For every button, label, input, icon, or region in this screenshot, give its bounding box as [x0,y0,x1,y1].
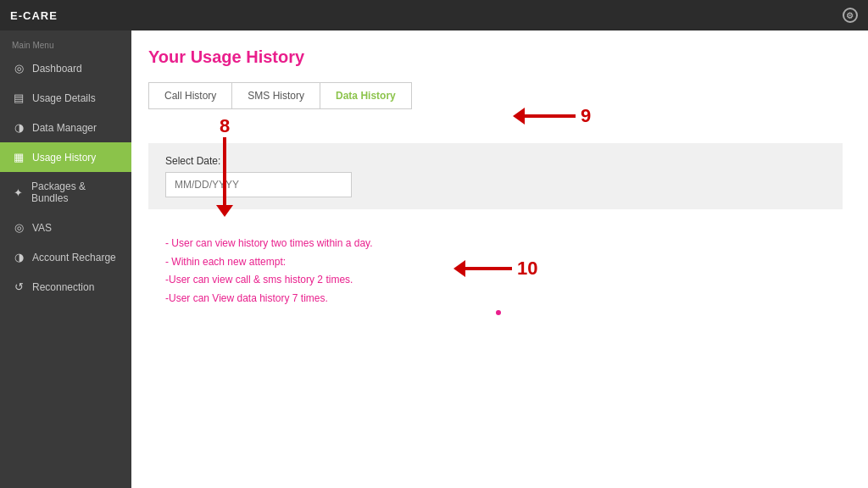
sidebar-item-usage-details[interactable]: ▤ Usage Details [0,83,131,113]
annotation-8-label: 8 [220,115,230,137]
vas-icon: ◎ [12,221,25,234]
sidebar-item-label: Dashboard [32,63,82,75]
sidebar-item-dashboard[interactable]: ◎ Dashboard [0,53,131,83]
sidebar-item-vas[interactable]: ◎ VAS [0,213,131,242]
tab-call-history[interactable]: Call History [149,83,232,108]
info-line-4: -User can View data history 7 times. [165,290,826,308]
info-section: - User can view history two times within… [148,226,843,316]
main-content: Your Usage History Call History SMS Hist… [131,30,868,488]
tab-sms-history[interactable]: SMS History [232,83,320,108]
usage-history-icon: ▦ [12,151,25,164]
sidebar-item-label: Reconnection [32,281,94,293]
reconnection-icon: ↺ [12,280,25,293]
sidebar: Main Menu ◎ Dashboard ▤ Usage Details ◑ … [0,30,131,488]
account-recharge-icon: ◑ [12,251,25,263]
sidebar-item-label: Usage History [32,152,96,164]
dashboard-icon: ◎ [12,62,25,75]
layout: Main Menu ◎ Dashboard ▤ Usage Details ◑ … [0,30,868,488]
decorative-dot [496,310,501,315]
sidebar-item-packages-bundles[interactable]: ✦ Packages & Bundles [0,172,131,213]
sidebar-item-label: Usage Details [32,92,96,104]
annotation-9-arrow: 9 [513,105,591,127]
packages-icon: ✦ [12,186,25,199]
top-bar: E-CARE ⚙ [0,0,868,30]
settings-icon[interactable]: ⚙ [843,8,858,23]
brand-logo: E-CARE [10,9,58,22]
sidebar-item-label: Packages & Bundles [31,180,120,204]
date-section: Select Date: [148,143,843,209]
sidebar-item-account-recharge[interactable]: ◑ Account Recharge [0,242,131,272]
info-line-3: -User can view call & sms history 2 time… [165,271,826,290]
info-line-1: - User can view history two times within… [165,235,826,253]
tabs-container: Call History SMS History Data History [148,82,412,109]
info-line-2: - Within each new attempt: [165,253,826,272]
usage-details-icon: ▤ [12,92,25,104]
sidebar-section-label: Main Menu [0,30,131,53]
sidebar-item-data-manager[interactable]: ◑ Data Manager [0,113,131,142]
date-label: Select Date: [165,155,826,167]
sidebar-item-label: VAS [32,222,52,234]
main-inner: Your Usage History Call History SMS Hist… [131,30,868,333]
sidebar-item-reconnection[interactable]: ↺ Reconnection [0,272,131,302]
tab-data-history[interactable]: Data History [320,83,411,108]
sidebar-item-label: Data Manager [32,122,97,134]
annotation-9-label: 9 [581,105,591,127]
date-input[interactable] [165,172,352,197]
page-title: Your Usage History [148,47,843,67]
sidebar-item-label: Account Recharge [32,252,116,263]
data-manager-icon: ◑ [12,121,25,134]
sidebar-item-usage-history[interactable]: ▦ Usage History [0,142,131,172]
